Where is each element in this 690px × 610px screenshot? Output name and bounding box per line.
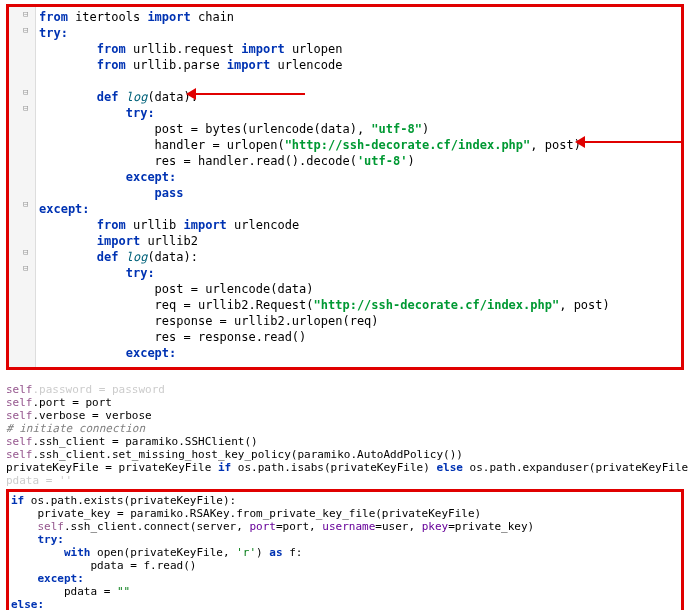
bottom-code-block: self.password = password self.port = por… bbox=[0, 370, 690, 610]
gutter: ⊟ ⊟ ⊟ ⊟ ⊟ ⊟ ⊟ bbox=[9, 7, 36, 367]
code-text: from itertools import chain try: from ur… bbox=[9, 7, 681, 361]
fold-icon[interactable]: ⊟ bbox=[23, 9, 28, 19]
arrow-annotation bbox=[195, 93, 305, 95]
highlighted-block: if os.path.exists(privateKeyFile): priva… bbox=[6, 489, 684, 610]
fold-icon[interactable]: ⊟ bbox=[23, 263, 28, 273]
fold-icon[interactable]: ⊟ bbox=[23, 103, 28, 113]
top-code-block: ⊟ ⊟ ⊟ ⊟ ⊟ ⊟ ⊟ from itertools import chai… bbox=[6, 4, 684, 370]
fold-icon[interactable]: ⊟ bbox=[23, 247, 28, 257]
arrow-annotation bbox=[584, 141, 684, 143]
fold-icon[interactable]: ⊟ bbox=[23, 199, 28, 209]
fold-icon[interactable]: ⊟ bbox=[23, 25, 28, 35]
fold-icon[interactable]: ⊟ bbox=[23, 87, 28, 97]
